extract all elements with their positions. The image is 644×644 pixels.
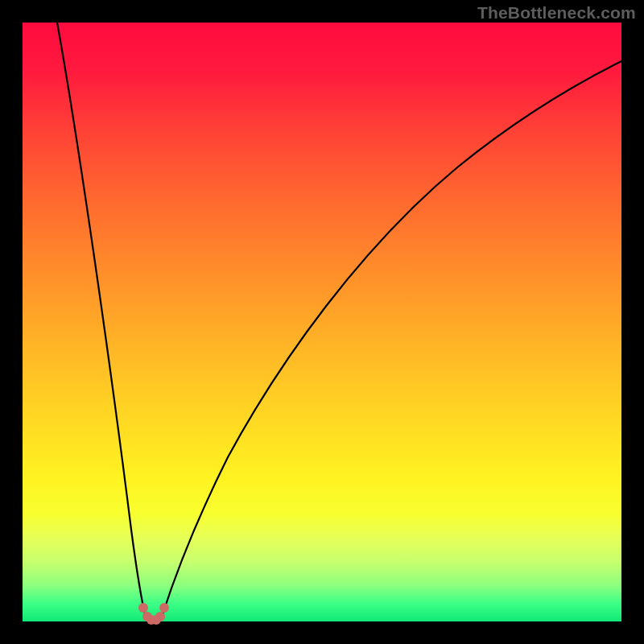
chart-frame: TheBottleneck.com (0, 0, 644, 644)
curve-layer (23, 23, 621, 621)
watermark-text: TheBottleneck.com (477, 3, 636, 23)
plot-area (23, 23, 621, 621)
bottleneck-curve-right (162, 61, 621, 617)
bottleneck-curve-left (57, 23, 146, 617)
minimum-markers (138, 603, 169, 625)
